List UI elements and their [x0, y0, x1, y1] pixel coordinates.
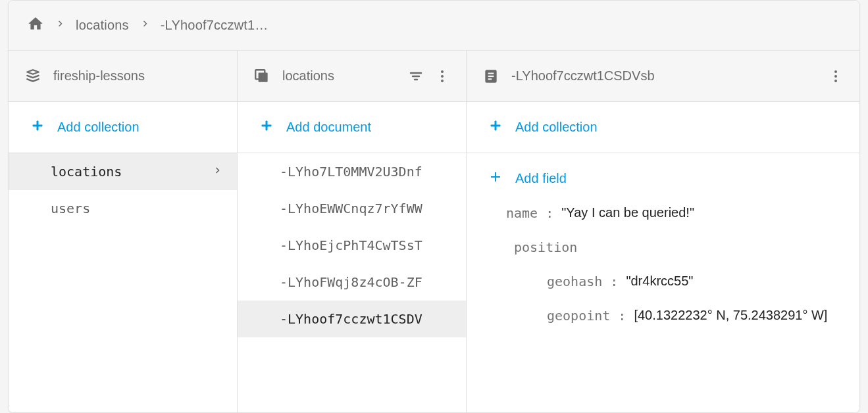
add-document-button[interactable]: Add document — [238, 102, 466, 153]
field-value: "dr4krcc55" — [626, 274, 693, 289]
field-value: "Yay I can be queried!" — [561, 205, 694, 220]
breadcrumb-collection[interactable]: locations — [76, 18, 129, 33]
chevron-right-icon — [56, 17, 64, 34]
collection-item-users[interactable]: users — [9, 190, 237, 227]
svg-point-5 — [441, 70, 444, 73]
plus-icon — [488, 118, 503, 137]
collection-name: users — [51, 201, 221, 216]
home-icon[interactable] — [27, 15, 44, 36]
svg-point-13 — [834, 75, 837, 78]
project-name: fireship-lessons — [53, 68, 221, 84]
collection-title: locations — [282, 68, 396, 84]
chevron-right-icon — [213, 164, 221, 180]
firestore-panel: locations -LYhoof7cczwt1… fireship-lesso… — [8, 0, 860, 413]
breadcrumb: locations -LYhoof7cczwt1… — [9, 1, 859, 51]
add-field-button[interactable]: Add field — [467, 161, 859, 196]
collection-icon — [253, 68, 270, 85]
field-name[interactable]: name : "Yay I can be queried!" — [467, 196, 859, 230]
columns-container: fireship-lessons Add collection location… — [9, 51, 859, 412]
add-document-label: Add document — [286, 120, 371, 135]
field-geohash[interactable]: geohash : "dr4krcc55" — [488, 264, 859, 299]
add-collection-button[interactable]: Add collection — [9, 102, 237, 153]
document-item[interactable]: -LYhoEWWCnqz7rYfWW — [238, 190, 466, 227]
collection-header: locations — [238, 51, 466, 102]
svg-rect-9 — [488, 72, 494, 74]
field-value: [40.1322232° N, 75.2438291° W] — [634, 308, 827, 323]
project-column: fireship-lessons Add collection location… — [9, 51, 238, 412]
field-key: position — [514, 239, 577, 255]
overflow-menu-icon[interactable] — [434, 68, 450, 84]
field-key: name : — [506, 205, 553, 221]
svg-rect-11 — [488, 78, 492, 80]
doc-add-collection-label: Add collection — [515, 120, 598, 135]
plus-icon — [30, 118, 45, 137]
svg-point-7 — [441, 80, 444, 82]
plus-icon — [259, 118, 274, 137]
database-icon — [24, 68, 41, 85]
svg-rect-10 — [488, 75, 494, 76]
plus-icon — [488, 169, 503, 188]
svg-point-12 — [834, 70, 837, 73]
document-column: -LYhoof7cczwt1CSDVsb Add collection — [467, 51, 859, 412]
breadcrumb-document[interactable]: -LYhoof7cczwt1… — [161, 18, 268, 33]
fields-area: Add field name : "Yay I can be queried!"… — [467, 153, 859, 341]
collections-list: locations users — [9, 153, 237, 412]
field-position[interactable]: position — [467, 230, 859, 264]
collection-column: locations Add document -LYho7LT0MMV2U3D — [238, 51, 467, 412]
document-header: -LYhoof7cczwt1CSDVsb — [467, 51, 859, 102]
field-key: geopoint : — [547, 308, 626, 324]
position-children: geohash : "dr4krcc55" geopoint : [40.132… — [467, 264, 859, 333]
document-item[interactable]: -LYho7LT0MMV2U3Dnf — [238, 153, 466, 190]
svg-point-6 — [441, 75, 444, 78]
add-collection-label: Add collection — [57, 120, 140, 135]
document-item[interactable]: -LYhoEjcPhT4CwTSsT — [238, 227, 466, 264]
field-geopoint[interactable]: geopoint : [40.1322232° N, 75.2438291° W… — [488, 299, 859, 333]
document-icon — [482, 68, 499, 85]
project-header: fireship-lessons — [9, 51, 237, 102]
document-item[interactable]: -LYhoof7cczwt1CSDV — [238, 301, 466, 337]
svg-rect-1 — [259, 72, 268, 82]
collection-item-locations[interactable]: locations — [9, 153, 237, 190]
filter-icon[interactable] — [408, 68, 424, 84]
collection-name: locations — [51, 164, 213, 180]
add-field-label: Add field — [515, 171, 567, 186]
field-key: geohash : — [547, 274, 618, 289]
overflow-menu-icon[interactable] — [828, 68, 844, 84]
chevron-right-icon — [141, 17, 149, 34]
documents-list: -LYho7LT0MMV2U3Dnf -LYhoEWWCnqz7rYfWW -L… — [238, 153, 466, 412]
doc-add-collection-button[interactable]: Add collection — [467, 102, 859, 153]
svg-point-14 — [834, 80, 837, 82]
document-item[interactable]: -LYhoFWqj8z4cOB-ZF — [238, 264, 466, 301]
document-id: -LYhoof7cczwt1CSDVsb — [511, 68, 816, 84]
